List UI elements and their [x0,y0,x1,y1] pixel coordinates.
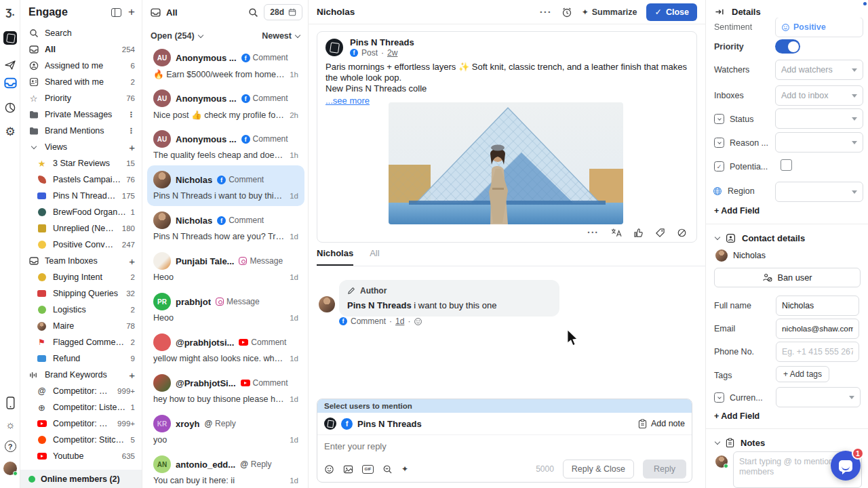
like-icon[interactable] [633,228,644,238]
ban-user-button[interactable]: Ban user [714,268,861,287]
hide-icon[interactable] [677,228,687,238]
sidebar-keyword-listening[interactable]: ⊕Competitor: Listening1 [20,399,142,415]
sidebar-inbox-refund[interactable]: Refund9 [20,350,142,367]
sidebar-item-search[interactable]: Search [20,25,142,41]
sentiment-select[interactable]: Positive [775,18,863,37]
sidebar-inbox-maire[interactable]: Maire78 [20,318,142,334]
kebab-icon[interactable]: ⋮ [127,110,136,119]
tag-icon[interactable] [655,228,665,238]
currency-select[interactable] [776,387,861,407]
post-image[interactable] [389,102,623,224]
user-avatar[interactable] [0,462,20,475]
email-input[interactable] [776,319,859,339]
sidebar-section-team-inboxes[interactable]: Team Inboxes+ [20,253,142,269]
list-item[interactable]: PRprabhjotMessage Heoo1d [147,287,304,328]
sidebar-view-3-star-reviews[interactable]: ★3 Star Reviews15 [20,155,142,171]
sidebar-inbox-buying-intent[interactable]: Buying Intent2 [20,269,142,285]
sidebar-inbox-shipping-queries[interactable]: Shipping Queries32 [20,285,142,302]
list-item[interactable]: AUAnonymous ...fComment 🔥 Earn $5000/wee… [147,43,304,84]
list-item[interactable]: KRxroyh@Reply yoo1d [147,409,304,450]
add-field-button[interactable]: + Add Field [714,206,760,216]
tab-nicholas[interactable]: Nicholas [317,248,353,266]
potential-checkbox[interactable] [781,159,792,171]
gif-icon[interactable]: GIF [362,465,374,474]
comment-time-link[interactable]: 1d [395,317,404,326]
sidebar-item-priority[interactable]: ☆Priority76 [20,90,142,106]
sidebar-item-brand-mentions[interactable]: Brand Mentions⋮ [20,123,142,139]
region-select[interactable] [775,182,863,202]
sidebar-keyword-stitchstyleco[interactable]: Competitor: StitchStyleCo5 [20,432,142,448]
priority-toggle[interactable] [775,39,800,54]
add-tags-button[interactable]: + Add tags [776,366,829,382]
list-item[interactable]: AUAnonymous ...fComment Nice post 👍 chec… [147,84,304,125]
collapse-panel-icon[interactable] [111,8,121,17]
add-icon[interactable]: + [129,142,135,153]
image-attach-icon[interactable] [343,464,353,474]
more-icon[interactable]: ··· [587,227,599,238]
close-button[interactable]: ✓Close [646,3,697,21]
list-item[interactable]: @prabhjotsi...Comment yellow might also … [147,328,304,369]
open-filter[interactable]: Open (254) [151,31,203,41]
reports-icon[interactable] [0,102,20,114]
sidebar-section-brand-keywords[interactable]: Brand Keywords+ [20,367,142,383]
sidebar-item-all[interactable]: All254 [20,41,142,58]
search-icon[interactable] [248,7,258,18]
brand-app-icon[interactable] [0,31,20,45]
publish-icon[interactable] [0,59,20,71]
sidebar-view-pins-n-threads-eu[interactable]: Pins N Threads EU175 [20,188,142,204]
add-icon[interactable]: + [129,256,135,267]
sidebar-inbox-flagged-comments[interactable]: ⚑Flagged Comments2 [20,334,142,350]
list-item[interactable]: ANantonio_edd...@Reply You can buy it he… [147,450,304,488]
mobile-app-icon[interactable] [0,396,20,409]
ai-assist-icon[interactable]: ✦ [401,464,408,474]
kebab-icon[interactable]: ⋮ [127,126,136,136]
reaction-icon[interactable] [414,317,422,326]
saved-replies-icon[interactable] [382,464,393,474]
full-name-input[interactable] [776,296,859,316]
sidebar-keyword-youtube[interactable]: Youtube635 [20,448,142,464]
sidebar-item-private-messages[interactable]: Private Messages⋮ [20,106,142,123]
list-item-selected[interactable]: NicholasfComment Pins N Threads i want t… [147,165,304,206]
contact-details-header[interactable]: Contact details [715,233,805,243]
translate-icon[interactable] [610,228,622,237]
sidebar-item-assigned[interactable]: Assigned to me6 [20,58,142,74]
phone-input[interactable] [776,342,859,362]
sidebar-view-unreplied[interactable]: Unreplied (New This ...180 [20,220,142,237]
add-icon[interactable]: + [129,369,135,381]
add-field-button[interactable]: + Add Field [714,411,760,421]
add-view-icon[interactable]: + [128,5,135,19]
sidebar-view-pastels-campaign[interactable]: Pastels Campaign (UTM)76 [20,171,142,188]
sidebar-view-brewfood-organics[interactable]: BrewFood Organics1 [20,204,142,220]
help-icon[interactable]: ? [0,441,20,452]
reason-select[interactable] [775,132,863,152]
watchers-select[interactable]: Add watchers [775,60,863,80]
collapse-details-icon[interactable] [714,7,725,16]
summarize-button[interactable]: ✦Summarize [582,7,637,17]
mention-bar[interactable]: Select users to mention [317,399,692,413]
list-item[interactable]: AUAnonymous ...fComment The quality feel… [147,125,304,165]
settings-gear-icon[interactable]: ⚙ [0,125,20,139]
reply-input[interactable] [317,436,692,456]
notes-header[interactable]: Notes [715,438,765,448]
sidebar-keyword-driftline[interactable]: @Competitor: Driftline...999+ [20,383,142,399]
online-members[interactable]: Online members (2) [20,470,142,488]
inboxes-select[interactable]: Add to inbox [775,85,863,106]
sidebar-item-shared[interactable]: Shared with me2 [20,74,142,90]
sidebar-section-views[interactable]: Views+ [20,139,142,155]
tab-all[interactable]: All [370,248,379,266]
reply-button[interactable]: Reply [643,460,686,479]
status-select[interactable] [775,108,863,129]
sidebar-inbox-logistics[interactable]: Logistics2 [20,302,142,318]
emoji-icon[interactable] [324,464,334,474]
list-item[interactable]: NicholasfComment Pins N Threads how are … [147,206,304,247]
date-range-filter[interactable]: 28d [264,4,302,20]
add-note-button[interactable]: Add note [638,419,685,429]
theme-sun-icon[interactable]: ☼ [0,419,20,431]
reply-and-close-button[interactable]: Reply & Close [563,460,634,479]
post-time-link[interactable]: 2w [387,48,397,58]
list-item[interactable]: Punjabi Tale...Message Heoo1d [147,247,304,287]
engage-inbox-icon[interactable] [0,77,20,89]
snooze-icon[interactable] [561,7,572,18]
sidebar-keyword-urban[interactable]: Competitor: Urban ...999+ [20,415,142,432]
sort-filter[interactable]: Newest [262,31,300,41]
